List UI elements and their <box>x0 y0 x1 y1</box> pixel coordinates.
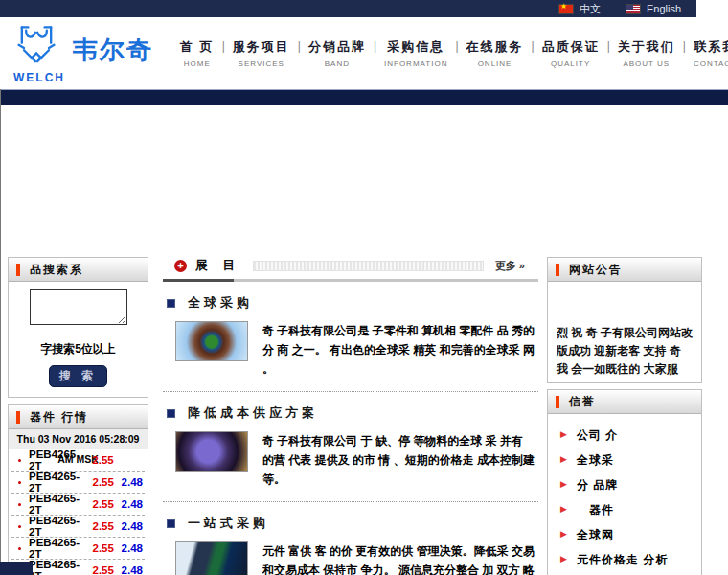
nav-item-information[interactable]: 采购信息 INFORMATION <box>378 38 453 68</box>
nav-separator: | <box>605 38 612 53</box>
nav-item-quality[interactable]: 品质保证 QUALITY <box>536 38 605 68</box>
section-body: 元件 富供 客 的价 更有效的供 管理决策。降低采 交易 和交易成本 保持市 争… <box>163 541 538 575</box>
cn-flag-icon <box>558 4 574 14</box>
component-market-box: 器件 行情 Thu 03 Nov 2016 05:28:09 AM MSK PE… <box>8 404 148 575</box>
quick-links-title: 信誉 <box>569 394 596 410</box>
nav-separator: | <box>530 38 536 53</box>
announcement-header: 网站公告 <box>548 258 701 282</box>
nav-item-contact-us[interactable]: 联系我们 CONTACT US <box>688 38 728 68</box>
nav-item-brand[interactable]: 分销品牌 BAND <box>303 38 372 68</box>
link-components[interactable]: ▶ 器件 <box>552 502 697 518</box>
operator-globe-image[interactable] <box>175 541 248 575</box>
part-search-box: 品搜索系 字搜索5位以上 搜 索 <box>8 257 148 398</box>
red-dot-icon <box>18 547 21 550</box>
nav-separator: | <box>220 38 227 53</box>
triangle-right-icon: ▶ <box>560 554 567 564</box>
blue-square-icon <box>167 519 175 528</box>
nav-item-about-us[interactable]: 关于我们 ABOUT US <box>612 38 681 68</box>
section-body: 奇 子科技有限公司是 子零件和 算机相 零配件 品 秀的 分 商 之一。 有出色… <box>163 321 538 379</box>
handshake-image[interactable] <box>175 431 248 472</box>
component-market-header: 器件 行情 <box>9 405 148 429</box>
blue-square-icon <box>167 299 175 308</box>
market-row[interactable]: PEB4265-2T 2.55 2.48 <box>9 516 148 537</box>
lang-english-label: English <box>647 3 681 14</box>
market-row[interactable]: PEB4265-2T 2.55 2.48 <box>9 472 148 493</box>
nav-separator: | <box>681 38 688 53</box>
search-hint: 字搜索5位以上 <box>9 341 148 357</box>
lang-chinese-label: 中文 <box>580 2 601 16</box>
right-sidebar: 网站公告 烈 祝 奇 子有限公司网站改版成功 迎新老客 支持 奇 我 会一如既往… <box>547 257 702 575</box>
texture-strip <box>253 261 484 271</box>
top-language-bar: 中文 English <box>0 0 696 17</box>
triangle-right-icon: ▶ <box>560 479 567 489</box>
logo-welch-text: WELCH <box>13 71 65 84</box>
part-search-input[interactable] <box>30 289 127 325</box>
section-separator <box>163 501 538 502</box>
column-title: 展 目 <box>195 257 241 274</box>
announcement-box: 网站公告 烈 祝 奇 子有限公司网站改版成功 迎新老客 支持 奇 我 会一如既往… <box>547 257 702 383</box>
section-header: 降低成本供应方案 <box>167 404 538 422</box>
quick-links-list: ▶ 公司 介 ▶ 全球采 ▶ 分 品牌 ▶ 器件 ▶ 全球网 ▶ 元件价格走 分… <box>548 414 701 575</box>
orange-bar-icon <box>16 264 20 276</box>
market-row[interactable]: PEB4265-2T 2.55 2.48 <box>9 538 148 559</box>
banner-area <box>1 105 728 255</box>
triangle-right-icon: ▶ <box>560 429 567 439</box>
site-header: WELCH 韦尔奇 首 页 HOME | 服务项目 SERVICES | 分销品… <box>0 17 728 89</box>
header-rule <box>163 279 538 282</box>
link-price-trend-analysis[interactable]: ▶ 元件价格走 分析 <box>552 552 697 568</box>
triangle-right-icon: ▶ <box>560 454 567 464</box>
globe-in-hands-image[interactable] <box>175 321 248 361</box>
nav-item-online[interactable]: 在线服务 ONLINE <box>461 38 530 68</box>
search-button[interactable]: 搜 索 <box>49 365 107 387</box>
announcement-text: 烈 祝 奇 子有限公司网站改版成功 迎新老客 支持 奇 我 会一如既往的 大家服 <box>548 282 701 382</box>
us-flag-icon <box>626 4 641 14</box>
part-search-title: 品搜索系 <box>30 262 83 278</box>
blue-square-icon <box>167 409 175 418</box>
lang-switch-english[interactable]: English <box>626 3 681 14</box>
nav-item-services[interactable]: 服务项目 SERVICES <box>227 38 296 68</box>
left-sidebar: 品搜索系 字搜索5位以上 搜 索 器件 行情 Thu 03 Nov 2016 0… <box>8 257 148 575</box>
navy-divider-band <box>0 89 728 105</box>
lang-switch-chinese[interactable]: 中文 <box>558 2 601 16</box>
plus-circle-icon <box>174 260 187 272</box>
link-global-sourcing[interactable]: ▶ 全球采 <box>552 452 697 469</box>
section-body: 奇 子科技有限公司 于 缺、停 等物料的全球 采 并有 的营 代表 提供及 的市… <box>163 431 538 489</box>
logo-chinese-name: 韦尔奇 <box>73 34 153 67</box>
quick-links-header: 信誉 <box>548 390 701 414</box>
link-distribution-brands[interactable]: ▶ 分 品牌 <box>552 477 697 494</box>
red-dot-icon <box>18 459 21 462</box>
section-one-stop-purchase: 一站式采购 元件 富供 客 的价 更有效的供 管理决策。降低采 交易 和交易成本… <box>163 515 538 575</box>
footer-partial-block <box>0 562 33 575</box>
column-header: 展 目 更多 » <box>163 255 538 276</box>
orange-bar-icon <box>16 411 20 424</box>
main-content: 展 目 更多 » 全球采购 奇 子科技有限公司是 子零件和 算机相 零配件 品 … <box>163 255 538 575</box>
red-dot-icon <box>18 503 21 506</box>
red-dot-icon <box>18 525 21 528</box>
nav-separator: | <box>372 38 378 53</box>
section-separator <box>163 391 538 392</box>
market-date: Thu 03 Nov 2016 05:28:09 AM MSK <box>9 429 148 449</box>
part-search-body: 字搜索5位以上 搜 索 <box>9 282 148 397</box>
link-company-profile[interactable]: ▶ 公司 介 <box>552 427 697 444</box>
nav-separator: | <box>453 38 460 53</box>
quick-links-box: 信誉 ▶ 公司 介 ▶ 全球采 ▶ 分 品牌 ▶ 器件 ▶ 全球网 <box>547 389 702 575</box>
triangle-right-icon: ▶ <box>560 529 567 539</box>
red-dot-icon <box>18 481 21 484</box>
link-global-network[interactable]: ▶ 全球网 <box>552 527 697 543</box>
nav-separator: | <box>296 38 303 53</box>
orange-bar-icon <box>556 264 559 276</box>
welch-logo-icon <box>11 22 61 72</box>
section-cost-reduction: 降低成本供应方案 奇 子科技有限公司 于 缺、停 等物料的全球 采 并有 的营 … <box>163 404 538 489</box>
component-market-title: 器件 行情 <box>30 409 88 426</box>
triangle-right-icon: ▶ <box>560 504 567 514</box>
more-link[interactable]: 更多 » <box>495 259 525 273</box>
section-header: 一站式采购 <box>167 515 538 532</box>
market-row[interactable]: PEB4265 2T 2.55 <box>9 449 148 471</box>
orange-bar-icon <box>556 396 559 408</box>
nav-item-home[interactable]: 首 页 HOME <box>174 38 220 68</box>
section-global-sourcing: 全球采购 奇 子科技有限公司是 子零件和 算机相 零配件 品 秀的 分 商 之一… <box>163 294 538 379</box>
main-nav: 首 页 HOME | 服务项目 SERVICES | 分销品牌 BAND | 采… <box>174 38 699 68</box>
market-row[interactable]: PEB4265-2T 2.55 2.48 <box>9 494 148 515</box>
announcement-title: 网站公告 <box>569 262 623 278</box>
section-header: 全球采购 <box>167 294 538 311</box>
